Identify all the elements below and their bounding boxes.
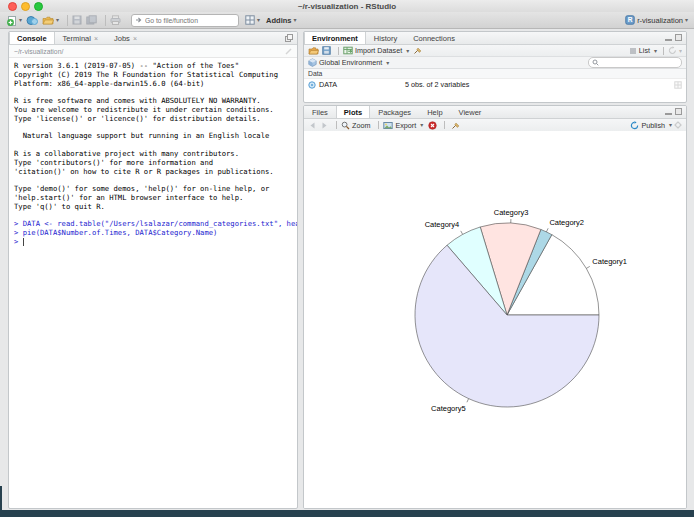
maximize-pane-icon[interactable]: [675, 108, 682, 115]
chevron-down-icon: ▾: [654, 48, 657, 54]
object-summary: 5 obs. of 2 variables: [405, 80, 469, 89]
tab-files[interactable]: Files: [304, 106, 336, 118]
addins-button[interactable]: Addins ▾: [264, 14, 296, 27]
chevron-down-icon: ▾: [679, 48, 682, 54]
tab-plots[interactable]: Plots: [336, 106, 370, 118]
tab-terminal[interactable]: Terminal ×: [55, 32, 106, 44]
refresh-environment-button[interactable]: ▾: [668, 44, 682, 57]
console-line: Natural language support but running in …: [14, 132, 292, 141]
publish-button[interactable]: Publish ▾: [630, 119, 672, 132]
data-section-header: Data: [304, 69, 686, 79]
list-icon: [629, 47, 637, 55]
environment-search-box[interactable]: [588, 57, 682, 68]
data-section-label: Data: [308, 70, 322, 77]
pie-label-tick: [461, 231, 463, 235]
working-directory-path: ~/r-visualization/: [14, 48, 63, 55]
close-tab-icon[interactable]: ×: [133, 35, 137, 42]
open-file-button[interactable]: ▾: [42, 14, 59, 27]
chevron-down-icon: ▾: [669, 122, 672, 128]
remove-plot-icon[interactable]: [428, 121, 437, 130]
clear-objects-broom-icon[interactable]: [413, 46, 422, 55]
tab-history[interactable]: History: [366, 32, 405, 44]
import-dataset-icon: [343, 46, 353, 55]
maximize-pane-icon[interactable]: [675, 34, 682, 41]
minimize-pane-icon[interactable]: [665, 34, 672, 41]
text-caret: [23, 238, 24, 246]
desktop-background: [0, 510, 694, 517]
pie-slice-label: Category1: [592, 257, 627, 266]
tab-environment[interactable]: Environment: [304, 32, 366, 44]
save-workspace-icon[interactable]: [322, 46, 331, 55]
tab-label: Viewer: [459, 108, 482, 117]
tab-label: Plots: [344, 108, 362, 117]
magnifier-icon: [341, 121, 350, 130]
close-tab-icon[interactable]: ×: [94, 35, 98, 42]
panes-grid-icon: [245, 15, 255, 25]
new-file-icon: [6, 15, 17, 26]
tab-help[interactable]: Help: [419, 106, 450, 118]
tab-jobs[interactable]: Jobs ×: [106, 32, 145, 44]
object-name[interactable]: DATA: [319, 80, 405, 89]
tab-packages[interactable]: Packages: [370, 106, 419, 118]
toolbar-separator: [378, 121, 379, 129]
console-pane: Console Terminal × Jobs × ~/r-visualizat…: [8, 31, 298, 509]
zoom-plot-button[interactable]: Zoom: [341, 119, 372, 132]
publish-label: Publish: [641, 121, 665, 130]
previous-plot-icon[interactable]: [308, 121, 317, 130]
maximize-pane-icon[interactable]: [285, 34, 293, 42]
save-button[interactable]: [72, 14, 82, 27]
load-workspace-icon[interactable]: [308, 46, 319, 55]
pie-slice-label: Category5: [431, 404, 466, 413]
search-icon: [592, 59, 599, 66]
import-dataset-label: Import Dataset: [355, 46, 402, 55]
tab-viewer[interactable]: Viewer: [451, 106, 490, 118]
tab-connections[interactable]: Connections: [405, 32, 463, 44]
working-directory-bar: ~/r-visualization/: [9, 45, 297, 58]
console-output[interactable]: R version 3.6.1 (2019-07-05) -- "Action …: [9, 58, 297, 251]
project-menu-button[interactable]: R r-visualization ▾: [625, 14, 688, 27]
console-line: Type 'q()' to quit R.: [14, 203, 292, 212]
tab-console[interactable]: Console: [9, 32, 55, 44]
window-title: ~/r-visualization - RStudio: [0, 2, 694, 11]
new-project-button[interactable]: [26, 14, 38, 27]
next-plot-icon[interactable]: [320, 121, 329, 130]
chevron-down-icon: ▾: [386, 60, 389, 66]
chevron-down-icon: ▾: [685, 17, 688, 23]
object-info-icon[interactable]: [308, 81, 316, 89]
new-project-icon: [26, 15, 38, 26]
clear-plots-broom-icon[interactable]: [451, 121, 460, 130]
chevron-down-icon: ▾: [406, 48, 409, 54]
tab-label: History: [374, 34, 397, 43]
grid-view-icon[interactable]: [674, 81, 682, 89]
goto-file-box[interactable]: [131, 14, 239, 27]
new-file-button[interactable]: ▾: [6, 14, 22, 27]
console-prompt[interactable]: >: [14, 238, 292, 247]
goto-file-input[interactable]: [143, 17, 235, 24]
gear-icon[interactable]: [674, 121, 682, 129]
save-all-button[interactable]: [86, 14, 97, 27]
pie-chart: Category1Category2Category3Category4Cate…: [304, 131, 686, 508]
tab-label: Files: [312, 108, 328, 117]
export-plot-button[interactable]: Export ▾: [383, 119, 423, 132]
console-line: Type 'license()' or 'licence()' for dist…: [14, 115, 292, 124]
plots-pane: Files Plots Packages Help Viewer: [303, 105, 687, 509]
toolbar-separator: [663, 47, 664, 55]
environment-scope-button[interactable]: Global Environment ▾: [308, 56, 389, 69]
tab-label: Help: [427, 108, 442, 117]
toolbar-separator: [336, 121, 337, 129]
r-cube-icon: [308, 58, 317, 67]
workspace-panes-button[interactable]: ▾: [245, 14, 260, 27]
console-tabbar: Console Terminal × Jobs ×: [9, 32, 297, 45]
environment-object-row[interactable]: DATA 5 obs. of 2 variables: [304, 79, 686, 90]
list-view-button[interactable]: List ▾: [629, 44, 657, 57]
project-name-label: r-visualization: [637, 16, 683, 25]
plots-tabbar: Files Plots Packages Help Viewer: [304, 106, 686, 119]
main-toolbar: ▾ ▾ ▾ Addi: [0, 12, 694, 29]
print-button[interactable]: [110, 14, 121, 27]
console-line: Platform: x86_64-apple-darwin15.6.0 (64-…: [14, 80, 292, 89]
refresh-icon: [668, 46, 677, 55]
toolbar-separator: [444, 121, 445, 129]
folder-open-icon: [42, 15, 54, 26]
pie-slice-label: Category3: [494, 208, 529, 217]
minimize-pane-icon[interactable]: [665, 108, 672, 115]
